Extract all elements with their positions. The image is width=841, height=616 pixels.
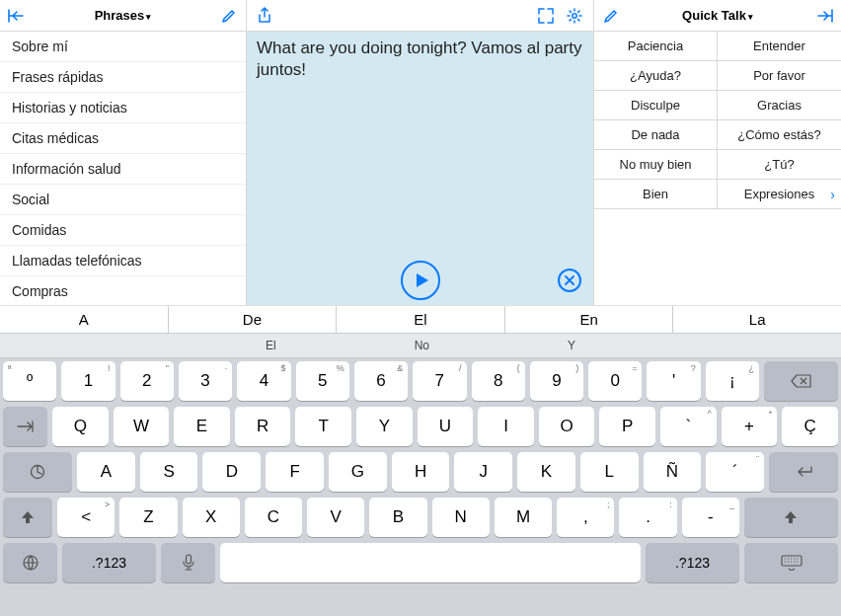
key[interactable]: >< [57,498,115,537]
num-key[interactable]: ¿¡ [706,361,759,401]
word-suggestion[interactable]: En [505,306,674,333]
phrase-category-item[interactable]: Social [0,185,246,215]
dismiss-keyboard-key[interactable] [744,543,838,582]
numpad-left-key[interactable]: .?123 [62,543,156,582]
letter-key[interactable]: N [432,498,490,537]
letter-key[interactable]: Q [52,407,109,446]
quicktalk-cell[interactable]: ¿Tú? [718,150,841,180]
num-key[interactable]: &6 [354,361,408,401]
quicktalk-cell[interactable]: Paciencia [594,32,718,61]
num-key[interactable]: "2 [120,361,174,401]
word-suggestion[interactable]: El [337,306,505,333]
message-area[interactable]: What are you doing tonight? Vamos al par… [247,32,593,305]
phrase-category-item[interactable]: Sobre mí [0,32,246,62]
backspace-key[interactable] [764,361,838,401]
word-suggestion[interactable]: La [673,306,841,333]
kbd-suggestion[interactable]: No [415,339,429,352]
letter-key[interactable]: J [454,452,512,492]
play-button[interactable] [401,261,440,300]
key[interactable]: :. [619,498,676,537]
num-key[interactable]: /7 [413,361,466,401]
key[interactable]: *+ [722,407,778,446]
quicktalk-cell[interactable]: ¿Ayuda? [594,61,718,91]
quicktalk-cell[interactable]: Gracias [718,91,841,120]
letter-key[interactable]: H [392,452,450,492]
letter-key[interactable]: Y [356,407,413,446]
quicktalk-cell[interactable]: Expresiones› [718,180,841,209]
key[interactable]: _- [682,498,739,537]
key[interactable]: ;, [557,498,614,537]
quicktalk-cell[interactable]: De nada [594,120,718,150]
letter-key[interactable]: P [599,407,655,446]
num-key[interactable]: ?' [647,361,700,401]
num-key[interactable]: %5 [296,361,349,401]
collapse-right-icon[interactable] [815,9,833,23]
letter-key[interactable]: V [307,498,364,537]
letter-key[interactable]: D [202,452,261,492]
return-key[interactable] [769,452,838,492]
quicktalk-cell[interactable]: ¿Cómo estás? [718,120,841,150]
share-icon[interactable] [257,7,272,25]
letter-key[interactable]: W [114,407,170,446]
num-key[interactable]: ªº [3,361,56,401]
quicktalk-cell[interactable]: No muy bien [594,150,718,180]
phrases-dropdown[interactable]: Phrases ▾ [95,8,152,23]
quicktalk-cell[interactable]: Disculpe [594,91,718,120]
num-key[interactable]: )9 [530,361,583,401]
clear-button[interactable] [558,269,581,292]
expand-icon[interactable] [538,8,554,24]
quicktalk-cell[interactable]: Bien [594,180,718,209]
word-suggestion[interactable]: De [169,306,338,333]
tab-key[interactable] [3,407,47,446]
phrase-category-item[interactable]: Compras [0,276,246,305]
phrase-category-item[interactable]: Llamadas telefónicas [0,246,246,276]
letter-key[interactable]: M [495,498,552,537]
key[interactable]: Ç [782,407,838,446]
letter-key[interactable]: R [235,407,291,446]
edit-right-icon[interactable] [602,7,620,25]
letter-key[interactable]: E [174,407,230,446]
letter-key[interactable]: Z [119,498,177,537]
letter-key[interactable]: U [418,407,474,446]
letter-key[interactable]: C [245,498,302,537]
letter-key[interactable]: B [369,498,426,537]
letter-key[interactable]: X [183,498,240,537]
kbd-suggestion[interactable]: El [266,339,276,352]
word-suggestion[interactable]: A [0,306,169,333]
phrase-category-item[interactable]: Frases rápidas [0,62,246,93]
phrase-category-item[interactable]: Información salud [0,154,246,185]
letter-key[interactable]: S [140,452,198,492]
num-key[interactable]: $4 [237,361,290,401]
key[interactable]: ¨´ [706,452,764,492]
mic-key[interactable] [161,543,215,582]
shift-left-key[interactable] [3,498,52,537]
letter-key[interactable]: F [266,452,324,492]
globe-key[interactable] [3,543,57,582]
letter-key[interactable]: K [517,452,575,492]
quicktalk-cell[interactable]: Por favor [718,61,841,91]
space-key[interactable] [220,543,641,582]
letter-key[interactable]: T [295,407,351,446]
num-key[interactable]: (8 [472,361,525,401]
num-key[interactable]: ·3 [179,361,232,401]
letter-key[interactable]: O [539,407,595,446]
num-key[interactable]: =0 [588,361,642,401]
shift-right-key[interactable] [744,498,838,537]
edit-left-icon[interactable] [220,7,238,25]
phrase-category-item[interactable]: Citas médicas [0,123,246,154]
quicktalk-dropdown[interactable]: Quick Talk ▾ [682,8,753,23]
letter-key[interactable]: I [478,407,534,446]
phrase-category-item[interactable]: Historias y noticias [0,93,246,123]
letter-key[interactable]: L [580,452,639,492]
collapse-left-icon[interactable] [8,9,26,23]
kbd-suggestion[interactable]: Y [568,339,575,352]
letter-key[interactable]: G [329,452,387,492]
quicktalk-cell[interactable]: Entender [718,32,841,61]
letter-key[interactable]: Ñ [644,452,702,492]
num-key[interactable]: !1 [61,361,115,401]
letter-key[interactable]: A [77,452,135,492]
caps-key[interactable] [3,452,72,492]
numpad-right-key[interactable]: .?123 [646,543,739,582]
settings-icon[interactable] [566,7,583,25]
phrase-category-item[interactable]: Comidas [0,215,246,246]
